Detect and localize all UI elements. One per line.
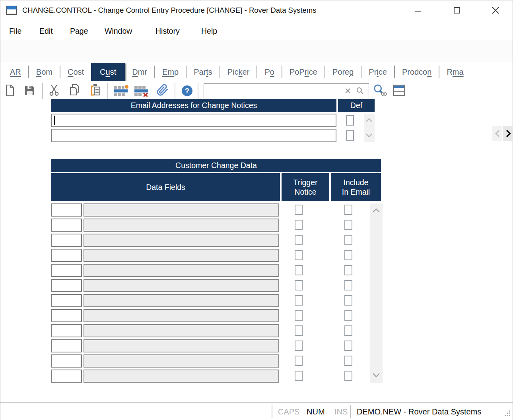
- cut-icon[interactable]: [49, 84, 60, 96]
- status-bar: CAPS NUM INS DEMO.NEW - Rover Data Syste…: [0, 403, 513, 420]
- tab-po[interactable]: Po: [257, 63, 281, 81]
- menu-file[interactable]: File: [9, 22, 21, 40]
- customer-row: [51, 219, 383, 232]
- status-separator: [350, 405, 351, 418]
- row-code-input[interactable]: [51, 234, 82, 247]
- save-icon[interactable]: [24, 85, 35, 96]
- resize-grip[interactable]: [505, 409, 511, 418]
- tab-cost[interactable]: Cost: [60, 63, 91, 81]
- search-view-icon[interactable]: [373, 84, 387, 97]
- row-code-input[interactable]: [51, 324, 82, 337]
- trigger-notice-checkbox[interactable]: [295, 371, 303, 381]
- scroll-up-icon[interactable]: [365, 117, 373, 124]
- customer-row: [51, 354, 383, 368]
- include-in-email-checkbox[interactable]: [344, 325, 352, 336]
- menu-page[interactable]: Page: [70, 22, 88, 40]
- tab-poprice[interactable]: PoPrice: [282, 63, 325, 81]
- row-code-input[interactable]: [51, 294, 82, 307]
- toolbar: ?: [0, 40, 513, 62]
- scroll-up-icon[interactable]: [372, 207, 380, 215]
- menu-edit[interactable]: Edit: [39, 22, 53, 40]
- trigger-notice-checkbox[interactable]: [295, 220, 303, 230]
- row-code-input[interactable]: [51, 354, 82, 368]
- row-code-input[interactable]: [51, 249, 82, 262]
- attachment-icon[interactable]: [156, 83, 169, 98]
- trigger-notice-checkbox[interactable]: [295, 310, 303, 321]
- include-in-email-checkbox[interactable]: [344, 220, 352, 230]
- tab-emp[interactable]: Emp: [155, 63, 186, 81]
- close-button[interactable]: [486, 0, 505, 20]
- include-in-email-checkbox[interactable]: [344, 295, 352, 306]
- trigger-notice-checkbox[interactable]: [295, 341, 303, 351]
- copy-icon[interactable]: [69, 84, 80, 96]
- row-data-field: [84, 294, 279, 307]
- include-in-email-checkbox[interactable]: [344, 371, 352, 381]
- tab-poreg[interactable]: Poreg: [325, 63, 361, 81]
- row-code-input[interactable]: [51, 203, 82, 217]
- trigger-notice-checkbox[interactable]: [295, 250, 303, 260]
- menu-history[interactable]: History: [155, 22, 180, 40]
- tab-parts[interactable]: Parts: [187, 63, 220, 81]
- row-code-input[interactable]: [51, 264, 82, 277]
- search-input[interactable]: [204, 84, 339, 98]
- trigger-notice-checkbox[interactable]: [295, 205, 303, 215]
- email-address-input[interactable]: [51, 129, 336, 142]
- tab-scroll-right-button[interactable]: [503, 126, 513, 141]
- scroll-down-icon[interactable]: [372, 372, 380, 379]
- include-in-email-checkbox[interactable]: [344, 265, 352, 275]
- email-table-title: Email Addresses for Change Notices: [131, 101, 257, 110]
- tab-scroll-left-button[interactable]: [492, 126, 502, 141]
- clear-search-icon[interactable]: [345, 88, 351, 94]
- email-address-input[interactable]: [51, 114, 336, 127]
- include-in-email-checkbox[interactable]: [344, 235, 352, 245]
- trigger-notice-checkbox[interactable]: [295, 235, 303, 245]
- include-in-email-checkbox[interactable]: [344, 356, 352, 366]
- row-code-input[interactable]: [51, 219, 82, 232]
- tab-picker[interactable]: Picker: [220, 63, 257, 81]
- help-icon[interactable]: ?: [181, 85, 193, 97]
- minimize-button[interactable]: [409, 0, 427, 20]
- insert-row-icon[interactable]: [114, 85, 129, 97]
- delete-row-icon[interactable]: [134, 85, 149, 97]
- customer-table-scrollbar[interactable]: [370, 203, 383, 383]
- menu-window[interactable]: Window: [105, 22, 132, 40]
- tab-dmr[interactable]: Dmr: [125, 63, 154, 81]
- tab-cust[interactable]: Cust: [91, 63, 125, 81]
- search-box: [204, 83, 369, 98]
- row-code-input[interactable]: [51, 309, 82, 322]
- include-in-email-checkbox[interactable]: [344, 310, 352, 321]
- include-in-email-checkbox[interactable]: [344, 341, 352, 351]
- row-code-input[interactable]: [51, 279, 82, 292]
- tab-ar[interactable]: AR: [3, 63, 28, 81]
- trigger-notice-checkbox[interactable]: [295, 265, 303, 275]
- include-in-email-checkbox[interactable]: [344, 280, 352, 290]
- customer-row: [51, 294, 383, 307]
- row-data-field: [84, 264, 279, 277]
- row-code-input[interactable]: [51, 339, 82, 352]
- trigger-notice-checkbox[interactable]: [295, 280, 303, 290]
- scroll-down-icon[interactable]: [365, 132, 373, 139]
- row-data-field: [84, 203, 279, 217]
- tab-bom[interactable]: Bom: [29, 63, 60, 81]
- include-in-email-checkbox[interactable]: [344, 250, 352, 260]
- tab-price[interactable]: Price: [361, 63, 394, 81]
- trigger-notice-checkbox[interactable]: [295, 325, 303, 336]
- new-document-icon[interactable]: [5, 84, 15, 97]
- row-data-field: [84, 354, 279, 368]
- email-scrollbar[interactable]: [364, 114, 375, 142]
- include-in-email-checkbox[interactable]: [344, 205, 352, 215]
- def-checkbox[interactable]: [346, 115, 354, 126]
- menu-help[interactable]: Help: [201, 22, 217, 40]
- maximize-button[interactable]: [448, 0, 466, 20]
- trigger-notice-checkbox[interactable]: [295, 295, 303, 306]
- email-table-header: Email Addresses for Change Notices: [51, 99, 336, 112]
- tab-prodcon[interactable]: Prodcon: [395, 63, 439, 81]
- search-icon[interactable]: [356, 87, 364, 95]
- trigger-notice-checkbox[interactable]: [295, 356, 303, 366]
- tab-rma[interactable]: Rma: [439, 63, 470, 81]
- row-code-input[interactable]: [51, 370, 82, 383]
- paste-icon[interactable]: [89, 83, 101, 96]
- def-checkbox[interactable]: [346, 130, 354, 141]
- tab-strip: AR Bom Cost Cust Dmr Emp Parts Picker Po…: [3, 63, 490, 81]
- layout-icon[interactable]: [393, 85, 405, 96]
